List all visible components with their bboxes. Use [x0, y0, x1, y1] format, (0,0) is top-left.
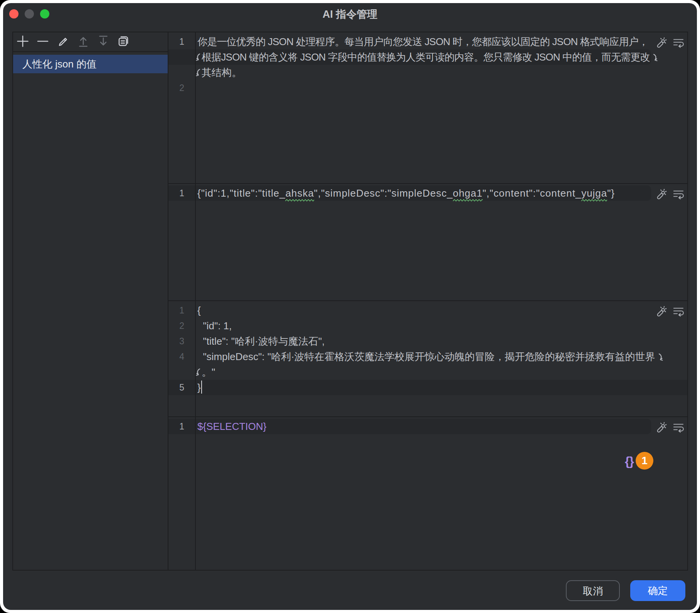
move-up-icon	[77, 35, 90, 48]
editor-line: 2 "id": 1,	[168, 318, 687, 333]
editor-text: "id": 1,	[197, 318, 687, 333]
json-braces-icon: {}	[625, 454, 634, 468]
editor-line: 1 你是一位优秀的 JSON 处理程序。每当用户向您发送 JSON 时，您都应该…	[168, 34, 687, 49]
text-segment: ","content":"content_	[483, 187, 581, 199]
text-segment: "}	[607, 187, 615, 199]
template-variable: ${SELECTION}	[197, 419, 687, 434]
text-segment: }	[197, 382, 201, 393]
line-number: 1	[168, 185, 184, 201]
text-segment: ahska	[285, 187, 314, 199]
editor-text: "title": "哈利·波特与魔法石",	[197, 333, 687, 349]
text-segment: 。"	[202, 366, 215, 378]
text-segment: {"id":1,"title":"title_	[197, 187, 285, 199]
editor-text: "simpleDesc": "哈利·波特在霍格沃茨魔法学校展开惊心动魄的冒险，揭…	[197, 349, 687, 365]
editor-text: }	[197, 380, 687, 395]
cancel-button[interactable]: 取消	[566, 580, 620, 601]
example-output-editor[interactable]: 1 { 2 "id": 1, 3 "title": "哈利·波特与魔法石", 4…	[168, 300, 687, 416]
text-segment: ","simpleDesc":"simpleDesc_	[314, 187, 453, 199]
close-window-button[interactable]	[9, 9, 19, 19]
editor-line: 2	[168, 80, 687, 96]
system-prompt-editor[interactable]: 1 你是一位优秀的 JSON 处理程序。每当用户向您发送 JSON 时，您都应该…	[168, 32, 687, 183]
text-caret	[201, 381, 202, 394]
window-title: AI 指令管理	[3, 3, 697, 32]
text-segment: ohga1	[453, 187, 483, 199]
text-segment: 根据JSON 键的含义将 JSON 字段中的值替换为人类可读的内容。您只需修改 …	[202, 51, 650, 63]
prompt-list-panel: 人性化 json 的值	[13, 32, 168, 570]
editor-line: 4 "simpleDesc": "哈利·波特在霍格沃茨魔法学校展开惊心动魄的冒险…	[168, 349, 687, 364]
soft-wrap-end-icon	[655, 350, 663, 365]
editor-line: 1 ${SELECTION}	[168, 419, 687, 434]
editor-text: 其结构。	[195, 65, 687, 81]
line-number: 5	[168, 380, 184, 395]
titlebar: AI 指令管理	[3, 3, 697, 32]
traffic-lights	[9, 9, 56, 19]
example-input-editor[interactable]: 1 {"id":1,"title":"title_ahska","simpleD…	[168, 183, 687, 300]
editor-line: 根据JSON 键的含义将 JSON 字段中的值替换为人类可读的内容。您只需修改 …	[168, 49, 687, 65]
inspection-widget: {} 1	[625, 452, 660, 475]
user-prompt-editor[interactable]: 1 ${SELECTION}	[168, 416, 687, 570]
typo-squiggle: ahska	[285, 185, 314, 201]
editor-line: 。"	[168, 364, 687, 380]
dialog-window: AI 指令管理	[3, 3, 697, 610]
ok-button[interactable]: 确定	[630, 580, 685, 601]
line-number: 4	[168, 349, 184, 364]
line-number: 2	[168, 80, 184, 96]
gutter-divider	[195, 417, 196, 570]
line-number: 2	[168, 318, 184, 333]
move-down-icon	[97, 35, 110, 48]
copy-icon[interactable]	[117, 35, 130, 48]
typo-squiggle: yujga	[581, 185, 607, 201]
list-toolbar	[13, 32, 168, 52]
editor-line: 1 {"id":1,"title":"title_ahska","simpleD…	[168, 185, 687, 201]
line-number: 1	[168, 34, 184, 49]
list-item-selected[interactable]: 人性化 json 的值	[13, 55, 168, 73]
typo-squiggle: ohga1	[453, 185, 483, 201]
soft-wrap-start-icon	[195, 51, 202, 66]
editor-text: 根据JSON 键的含义将 JSON 字段中的值替换为人类可读的内容。您只需修改 …	[195, 49, 687, 66]
editor-text: {"id":1,"title":"title_ahska","simpleDes…	[197, 185, 687, 201]
line-number: 3	[168, 333, 184, 349]
editor-text: {	[197, 303, 687, 318]
editor-line: 3 "title": "哈利·波特与魔法石",	[168, 333, 687, 349]
line-number: 1	[168, 419, 184, 434]
line-number: 1	[168, 303, 184, 318]
dialog-buttons: 取消 确定	[566, 580, 685, 601]
soft-wrap-start-icon	[195, 66, 202, 81]
editor-text: 你是一位优秀的 JSON 处理程序。每当用户向您发送 JSON 时，您都应该以固…	[197, 34, 687, 49]
soft-wrap-end-icon	[650, 51, 658, 66]
warning-count-badge[interactable]: 1	[636, 452, 653, 470]
edit-icon[interactable]	[56, 35, 69, 48]
add-icon[interactable]	[16, 35, 29, 48]
zoom-window-button[interactable]	[40, 9, 49, 19]
soft-wrap-start-icon	[195, 365, 202, 381]
remove-icon[interactable]	[36, 35, 49, 48]
gutter-divider	[195, 184, 196, 300]
editor-line: 1 {	[168, 303, 687, 318]
editor-line: 其结构。	[168, 65, 687, 80]
text-segment: yujga	[581, 187, 607, 199]
editor-text: 。"	[195, 364, 687, 381]
editor-line: 5 }	[168, 380, 687, 395]
prompt-list: 人性化 json 的值	[13, 52, 168, 570]
text-segment: 其结构。	[202, 67, 242, 78]
minimize-window-button	[25, 9, 34, 19]
editors-column: 1 你是一位优秀的 JSON 处理程序。每当用户向您发送 JSON 时，您都应该…	[168, 32, 687, 570]
text-segment: "simpleDesc": "哈利·波特在霍格沃茨魔法学校展开惊心动魄的冒险，揭…	[197, 351, 655, 362]
dialog-content: 人性化 json 的值 1 你是一位优秀的 JSON 处理程序。每当用户向您发送…	[12, 32, 688, 571]
